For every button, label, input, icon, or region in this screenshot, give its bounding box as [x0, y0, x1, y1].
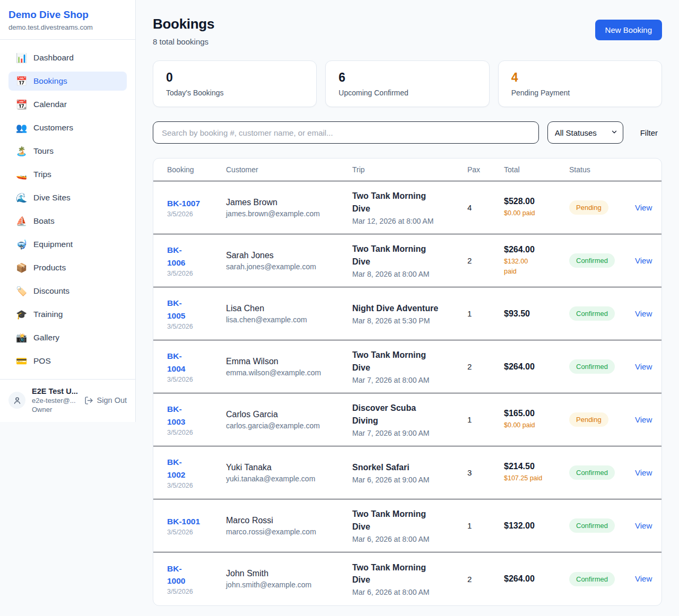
- user-meta: E2E Test U... e2e-tester@... Owner: [32, 387, 78, 413]
- trip-cell: Two Tank Morning Dive Mar 7, 2026 at 8:0…: [352, 349, 467, 384]
- sidebar-item-products[interactable]: 📦 Products: [8, 258, 127, 277]
- status-badge: Confirmed: [569, 465, 615, 480]
- view-link[interactable]: View: [635, 362, 652, 371]
- sidebar-item-label: Bookings: [33, 76, 67, 86]
- total-cell: $264.00: [504, 574, 569, 584]
- view-cell: View: [635, 362, 661, 372]
- sidebar-item-dive-sites[interactable]: 🌊 Dive Sites: [8, 188, 127, 207]
- trip-name: Two Tank Morning Dive: [352, 243, 460, 267]
- customer-cell: John Smith john.smith@example.com: [226, 569, 352, 589]
- credit-card-icon: 💳: [16, 357, 27, 366]
- booking-date: 3/5/2026: [167, 376, 221, 383]
- status-filter-wrap: All Statuses: [547, 121, 623, 144]
- pax-value: 4: [467, 203, 504, 212]
- stat-label: Today's Bookings: [166, 89, 303, 97]
- search-input[interactable]: [153, 121, 539, 144]
- sidebar-item-dashboard[interactable]: 📊 Dashboard: [8, 48, 127, 67]
- table-row: BK- 1000 3/5/2026 John Smith john.smith@…: [153, 552, 661, 605]
- customer-name: Yuki Tanaka: [226, 463, 345, 472]
- people-icon: 👥: [16, 124, 27, 133]
- bar-chart-icon: 📊: [16, 54, 27, 63]
- total-cell: $165.00 $0.00 paid: [504, 409, 569, 430]
- sidebar-item-training[interactable]: 🎓 Training: [8, 305, 127, 324]
- shop-name-link[interactable]: Demo Dive Shop: [8, 9, 127, 21]
- trip-cell: Two Tank Morning Dive Mar 6, 2026 at 8:0…: [352, 561, 467, 596]
- view-link[interactable]: View: [635, 574, 652, 583]
- trip-name: Discover Scuba Diving: [352, 402, 460, 426]
- booking-id-link[interactable]: BK-1007: [167, 197, 221, 209]
- sidebar-item-gallery[interactable]: 📸 Gallery: [8, 328, 127, 347]
- bookings-table: Booking Customer Trip Pax Total Status B…: [153, 158, 662, 606]
- stat-label: Pending Payment: [511, 89, 649, 97]
- sidebar-item-discounts[interactable]: 🏷️ Discounts: [8, 281, 127, 301]
- status-cell: Pending: [569, 200, 635, 215]
- customer-email: lisa.chen@example.com: [226, 315, 345, 324]
- sidebar-item-pos[interactable]: 💳 POS: [8, 351, 127, 371]
- trip-time: Mar 12, 2026 at 8:00 AM: [352, 217, 460, 225]
- col-header-status: Status: [569, 165, 635, 174]
- paid-amount: $132.00 paid: [504, 257, 562, 276]
- booking-date: 3/5/2026: [167, 588, 221, 595]
- customer-email: yuki.tanaka@example.com: [226, 474, 345, 483]
- sidebar-item-label: Trips: [33, 170, 51, 179]
- status-filter-select[interactable]: All Statuses: [547, 121, 623, 144]
- table-row: BK- 1005 3/5/2026 Lisa Chen lisa.chen@ex…: [153, 287, 661, 340]
- sign-out-button[interactable]: Sign Out: [84, 396, 127, 405]
- trip-time: Mar 6, 2026 at 9:00 AM: [352, 476, 460, 484]
- new-booking-button[interactable]: New Booking: [595, 20, 662, 40]
- booking-id-link[interactable]: BK- 1005: [167, 297, 221, 322]
- total-cell: $264.00: [504, 362, 569, 372]
- page-title-block: Bookings 8 total bookings: [153, 16, 214, 46]
- sidebar-item-boats[interactable]: ⛵ Boats: [8, 212, 127, 231]
- status-cell: Confirmed: [569, 572, 635, 586]
- trip-time: Mar 6, 2026 at 8:00 AM: [352, 588, 460, 596]
- main-content: Bookings 8 total bookings New Booking 0 …: [136, 0, 679, 616]
- sidebar-item-customers[interactable]: 👥 Customers: [8, 118, 127, 137]
- booking-date: 3/5/2026: [167, 429, 221, 436]
- booking-id-link[interactable]: BK- 1004: [167, 350, 221, 375]
- view-link[interactable]: View: [635, 468, 652, 477]
- sidebar-item-calendar[interactable]: 📆 Calendar: [8, 95, 127, 114]
- booking-id-link[interactable]: BK- 1003: [167, 403, 221, 428]
- customer-email: carlos.garcia@example.com: [226, 421, 345, 430]
- view-link[interactable]: View: [635, 256, 652, 265]
- tear-off-calendar-icon: 📆: [16, 100, 27, 109]
- view-link[interactable]: View: [635, 309, 652, 318]
- booking-id-link[interactable]: BK- 1002: [167, 456, 221, 481]
- total-amount: $214.50: [504, 462, 562, 471]
- trip-time: Mar 8, 2026 at 8:00 AM: [352, 270, 460, 278]
- sidebar-item-equipment[interactable]: 🤿 Equipment: [8, 235, 127, 254]
- user-email: e2e-tester@...: [32, 397, 78, 404]
- sidebar-item-bookings[interactable]: 📅 Bookings: [8, 72, 127, 91]
- paid-amount: $107.25 paid: [504, 473, 562, 483]
- view-link[interactable]: View: [635, 203, 652, 212]
- total-cell: $132.00: [504, 521, 569, 531]
- shop-domain: demo.test.divestreams.com: [8, 23, 127, 31]
- sidebar-item-trips[interactable]: 🚤 Trips: [8, 165, 127, 184]
- sidebar-nav: 📊 Dashboard 📅 Bookings 📆 Calendar 👥 Cust…: [0, 40, 135, 379]
- sidebar-item-tours[interactable]: 🏝️ Tours: [8, 142, 127, 161]
- view-link[interactable]: View: [635, 415, 652, 424]
- customer-cell: Yuki Tanaka yuki.tanaka@example.com: [226, 463, 352, 483]
- customer-cell: James Brown james.brown@example.com: [226, 198, 352, 218]
- customer-name: Emma Wilson: [226, 357, 345, 366]
- stat-card: 6 Upcoming Confirmed: [325, 60, 489, 107]
- trip-time: Mar 7, 2026 at 8:00 AM: [352, 376, 460, 384]
- booking-cell: BK-1007 3/5/2026: [153, 197, 226, 218]
- booking-id-link[interactable]: BK-1001: [167, 515, 221, 527]
- view-cell: View: [635, 574, 661, 584]
- person-icon: [13, 396, 22, 405]
- stats-row: 0 Today's Bookings 6 Upcoming Confirmed …: [153, 60, 662, 107]
- paid-amount: $0.00 paid: [504, 208, 562, 218]
- customer-cell: Carlos Garcia carlos.garcia@example.com: [226, 410, 352, 430]
- status-cell: Pending: [569, 412, 635, 427]
- booking-id-link[interactable]: BK- 1006: [167, 244, 221, 269]
- status-badge: Confirmed: [569, 518, 615, 533]
- trip-cell: Discover Scuba Diving Mar 7, 2026 at 9:0…: [352, 402, 467, 437]
- filter-button[interactable]: Filter: [636, 124, 662, 142]
- booking-id-link[interactable]: BK- 1000: [167, 562, 221, 587]
- sidebar-item-label: Training: [33, 310, 63, 319]
- customer-name: Carlos Garcia: [226, 410, 345, 419]
- view-link[interactable]: View: [635, 521, 652, 530]
- calendar-icon: 📅: [16, 77, 27, 86]
